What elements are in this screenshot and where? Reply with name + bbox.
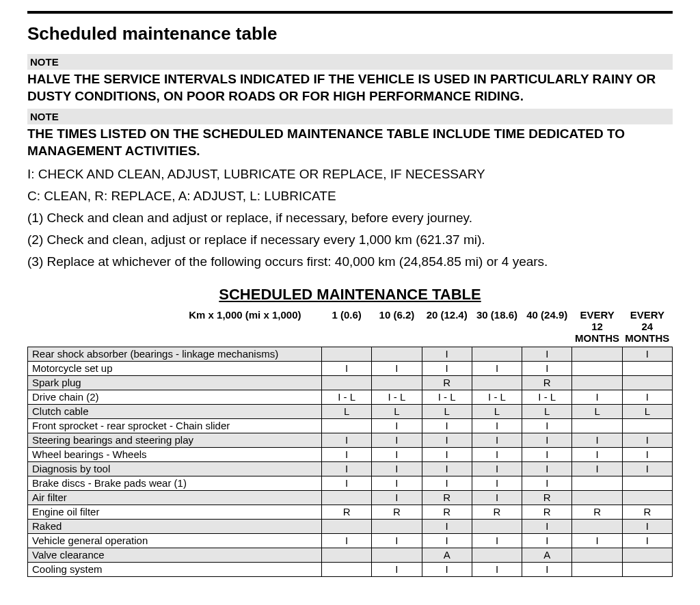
row-value: I bbox=[372, 476, 422, 490]
row-value: R bbox=[422, 490, 472, 505]
table-row: Motorcycle set upIIIII bbox=[28, 361, 673, 375]
row-value bbox=[572, 375, 622, 390]
row-value: I bbox=[522, 447, 572, 461]
row-value bbox=[322, 548, 372, 562]
row-value: I bbox=[422, 562, 472, 576]
row-value bbox=[322, 418, 372, 433]
row-label: Front sprocket - rear sprocket - Chain s… bbox=[28, 418, 322, 433]
table-row: Engine oil filterRRRRRRR bbox=[28, 505, 673, 519]
table-row: Rear shock absorber (bearings - linkage … bbox=[28, 347, 673, 361]
row-value: I bbox=[422, 418, 472, 433]
row-value bbox=[622, 548, 672, 562]
table-header-row: Km x 1,000 (mi x 1,000) 1 (0.6) 10 (6.2)… bbox=[28, 308, 673, 347]
table-row: Steering bearings and steering playIIIII… bbox=[28, 433, 673, 447]
row-value: L bbox=[622, 404, 672, 418]
row-value bbox=[622, 562, 672, 576]
row-value: I bbox=[622, 390, 672, 404]
row-value: I bbox=[422, 361, 472, 375]
legend-note-2: (2) Check and clean, adjust or replace i… bbox=[27, 232, 673, 247]
row-value: I bbox=[522, 562, 572, 576]
row-value: A bbox=[422, 548, 472, 562]
row-value: L bbox=[472, 404, 522, 418]
table-row: Valve clearanceAA bbox=[28, 548, 673, 562]
row-value: I bbox=[472, 533, 522, 548]
row-value bbox=[572, 347, 622, 361]
row-value: I bbox=[522, 361, 572, 375]
row-value bbox=[472, 375, 522, 390]
row-value: I bbox=[322, 533, 372, 548]
header-unit: Km x 1,000 (mi x 1,000) bbox=[28, 308, 322, 347]
row-value: I bbox=[372, 461, 422, 476]
row-value: I - L bbox=[522, 390, 572, 404]
row-value: I bbox=[322, 447, 372, 461]
row-value bbox=[622, 476, 672, 490]
row-value: I bbox=[522, 418, 572, 433]
row-value: A bbox=[522, 548, 572, 562]
row-value: R bbox=[372, 505, 422, 519]
table-row: Vehicle general operationIIIIIII bbox=[28, 533, 673, 548]
row-value: I bbox=[622, 533, 672, 548]
row-value: I bbox=[622, 433, 672, 447]
row-label: Brake discs - Brake pads wear (1) bbox=[28, 476, 322, 490]
table-title: SCHEDULED MAINTENANCE TABLE bbox=[27, 286, 673, 304]
row-value: I bbox=[522, 476, 572, 490]
row-label: Cooling system bbox=[28, 562, 322, 576]
row-value: I bbox=[322, 433, 372, 447]
row-value bbox=[472, 519, 522, 533]
row-value: I bbox=[422, 476, 472, 490]
row-value: R bbox=[522, 490, 572, 505]
row-value bbox=[322, 562, 372, 576]
row-value bbox=[572, 519, 622, 533]
row-value: L bbox=[572, 404, 622, 418]
row-label: Air filter bbox=[28, 490, 322, 505]
row-label: Raked bbox=[28, 519, 322, 533]
row-value: R bbox=[622, 505, 672, 519]
row-value: I bbox=[472, 490, 522, 505]
row-value: I bbox=[472, 447, 522, 461]
row-value: I bbox=[522, 533, 572, 548]
row-label: Steering bearings and steering play bbox=[28, 433, 322, 447]
row-value: R bbox=[522, 505, 572, 519]
header-c2: 10 (6.2) bbox=[372, 308, 422, 347]
row-value bbox=[372, 548, 422, 562]
header-c1: 1 (0.6) bbox=[322, 308, 372, 347]
row-value: I - L bbox=[472, 390, 522, 404]
row-label: Vehicle general operation bbox=[28, 533, 322, 548]
row-value: I bbox=[572, 533, 622, 548]
header-c3: 20 (12.4) bbox=[422, 308, 472, 347]
row-value bbox=[322, 347, 372, 361]
row-value: I - L bbox=[422, 390, 472, 404]
table-row: Front sprocket - rear sprocket - Chain s… bbox=[28, 418, 673, 433]
row-value bbox=[572, 562, 622, 576]
row-value: I bbox=[322, 476, 372, 490]
row-label: Motorcycle set up bbox=[28, 361, 322, 375]
row-value: I bbox=[422, 447, 472, 461]
note-bar-2: NOTE bbox=[27, 109, 673, 124]
row-value: L bbox=[422, 404, 472, 418]
row-value: L bbox=[522, 404, 572, 418]
row-label: Spark plug bbox=[28, 375, 322, 390]
row-value bbox=[472, 548, 522, 562]
row-value bbox=[372, 347, 422, 361]
row-value: I bbox=[422, 533, 472, 548]
table-row: Diagnosis by toolIIIIIII bbox=[28, 461, 673, 476]
row-value bbox=[572, 418, 622, 433]
row-value bbox=[622, 418, 672, 433]
row-value: I bbox=[422, 347, 472, 361]
table-row: Wheel bearings - WheelsIIIIIII bbox=[28, 447, 673, 461]
table-row: Drive chain (2)I - LI - LI - LI - LI - L… bbox=[28, 390, 673, 404]
row-value: I bbox=[472, 461, 522, 476]
row-value: R bbox=[522, 375, 572, 390]
row-value bbox=[322, 519, 372, 533]
page-title: Scheduled maintenance table bbox=[27, 23, 673, 44]
row-value bbox=[572, 548, 622, 562]
legend-note-3: (3) Replace at whichever of the followin… bbox=[27, 254, 673, 269]
row-value: I bbox=[572, 461, 622, 476]
row-value: I bbox=[322, 361, 372, 375]
row-label: Diagnosis by tool bbox=[28, 461, 322, 476]
row-value: I bbox=[422, 461, 472, 476]
row-value bbox=[372, 519, 422, 533]
note-text-2: THE TIMES LISTED ON THE SCHEDULED MAINTE… bbox=[27, 126, 673, 159]
note-bar-1: NOTE bbox=[27, 54, 673, 70]
table-row: Air filterIRIR bbox=[28, 490, 673, 505]
